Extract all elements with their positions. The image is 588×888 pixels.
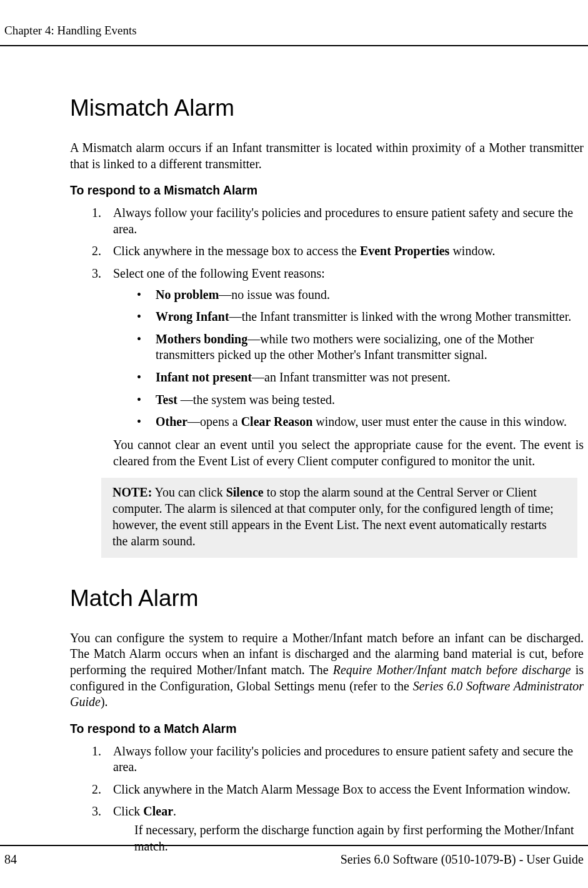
step-text: Always follow your facility's policies a… [113, 744, 573, 774]
text: —an Infant transmitter was not present. [252, 370, 451, 384]
mismatch-respond-heading: To respond to a Mismatch Alarm [70, 183, 584, 198]
list-item: No problem—no issue was found. [134, 287, 584, 303]
list-item: Infant not present—an Infant transmitter… [134, 370, 584, 386]
bold-text: Clear [143, 804, 173, 818]
text: Click [113, 804, 143, 818]
footer-rule [0, 845, 588, 846]
mismatch-intro: A Mismatch alarm occurs if an Infant tra… [70, 140, 584, 172]
list-item: Mothers bonding—while two mothers were s… [134, 331, 584, 363]
list-item: Other—opens a Clear Reason window, user … [134, 414, 584, 430]
step-text: Select one of the following Event reason… [113, 266, 325, 280]
doc-title: Series 6.0 Software (0510-1079-B) - User… [341, 852, 584, 867]
match-steps: 1. Always follow your facility's policie… [70, 744, 584, 855]
step-item: 1. Always follow your facility's policie… [92, 744, 584, 775]
page-number: 84 [4, 852, 17, 867]
italic-text: Require Mother/Infant match before disch… [333, 663, 571, 677]
text: Click anywhere in the message box to acc… [113, 244, 360, 258]
note-label: NOTE: [112, 485, 152, 499]
bold-text: Event Properties [360, 244, 450, 258]
match-respond-heading: To respond to a Match Alarm [70, 722, 584, 736]
step-text: Click Clear. [113, 804, 176, 818]
bold-text: Mothers bonding [156, 332, 247, 346]
bold-text: Silence [226, 485, 264, 499]
text: ). [101, 695, 108, 709]
text: —no issue was found. [219, 288, 330, 301]
chapter-header: Chapter 4: Handling Events [0, 24, 588, 45]
heading-match-alarm: Match Alarm [70, 585, 584, 612]
main-content: Mismatch Alarm A Mismatch alarm occurs i… [0, 95, 588, 854]
step-number: 2. [92, 782, 101, 798]
note-box: NOTE: You can click Silence to stop the … [101, 478, 577, 558]
bold-text: Other [156, 415, 187, 428]
step-text: Click anywhere in the message box to acc… [113, 244, 496, 258]
step-text: Click anywhere in the Match Alarm Messag… [113, 782, 571, 796]
page: Chapter 4: Handling Events Mismatch Alar… [0, 0, 588, 888]
step-item: 3. Select one of the following Event rea… [92, 266, 584, 430]
step-number: 3. [92, 804, 101, 820]
step-item: 2. Click anywhere in the message box to … [92, 243, 584, 260]
mismatch-steps: 1. Always follow your facility's policie… [70, 205, 584, 430]
text: You can click [152, 485, 226, 499]
bold-text: Infant not present [156, 370, 252, 384]
bold-text: Clear Reason [241, 415, 313, 428]
header-rule [0, 45, 588, 46]
text: . [173, 804, 176, 818]
bold-text: No problem [156, 288, 219, 301]
text: —opens a [187, 415, 241, 428]
text: window, user must enter the cause in thi… [312, 415, 567, 428]
list-item: Wrong Infant—the Infant transmitter is l… [134, 309, 584, 325]
text: window. [449, 244, 495, 258]
text: —the Infant transmitter is linked with t… [229, 310, 572, 323]
bold-text: Wrong Infant [156, 310, 229, 323]
step-number: 2. [92, 243, 101, 260]
page-footer: 84 Series 6.0 Software (0510-1079-B) - U… [0, 845, 588, 867]
step-item: 1. Always follow your facility's policie… [92, 205, 584, 237]
match-intro: You can configure the system to require … [70, 630, 584, 710]
step-text: Always follow your facility's policies a… [113, 206, 573, 236]
reason-list: No problem—no issue was found. Wrong Inf… [113, 287, 584, 430]
mismatch-trailing-note: You cannot clear an event until you sele… [70, 436, 584, 469]
step-number: 1. [92, 744, 101, 760]
text: —the system was being tested. [181, 393, 335, 406]
list-item: Test —the system was being tested. [134, 392, 584, 408]
step-number: 1. [92, 205, 101, 221]
step-number: 3. [92, 266, 101, 282]
bold-text: Test [156, 393, 181, 406]
heading-mismatch-alarm: Mismatch Alarm [70, 95, 584, 121]
step-item: 2. Click anywhere in the Match Alarm Mes… [92, 782, 584, 798]
footer-row: 84 Series 6.0 Software (0510-1079-B) - U… [0, 852, 588, 867]
